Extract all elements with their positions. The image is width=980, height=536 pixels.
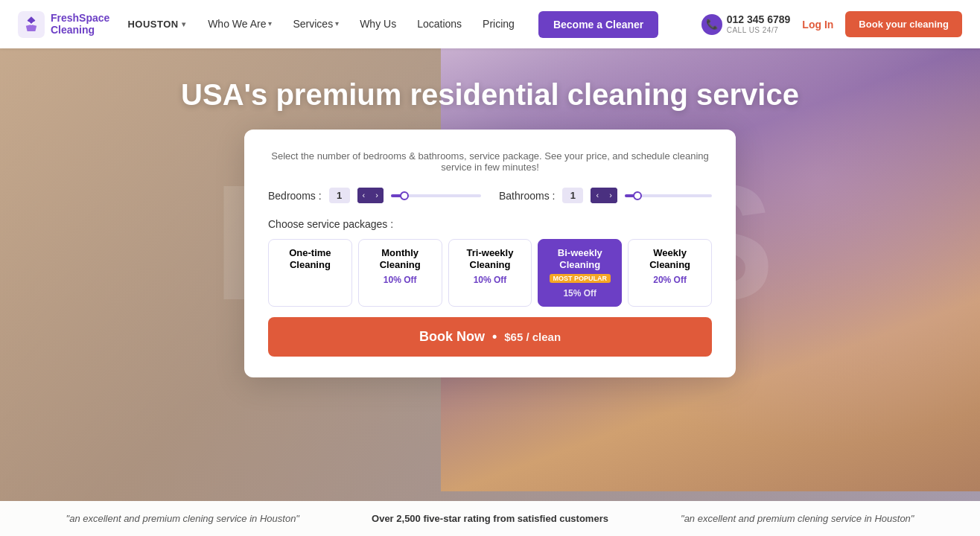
nav-phone: 📞 012 345 6789 CALL US 24/7 bbox=[701, 14, 791, 35]
bedrooms-count: 1 bbox=[329, 188, 350, 203]
nav-link-services[interactable]: Services ▾ bbox=[284, 0, 348, 48]
packages-grid: One-time Cleaning Monthly Cleaning 10% O… bbox=[268, 239, 712, 307]
bathrooms-selector: Bathrooms : 1 ‹ › bbox=[499, 188, 712, 203]
login-button[interactable]: Log In bbox=[802, 19, 833, 31]
nav-link-who-we-are[interactable]: Who We Are ▾ bbox=[199, 0, 281, 48]
chevron-down-icon: ▾ bbox=[268, 19, 272, 28]
location-chevron-icon: ▾ bbox=[182, 20, 186, 28]
bedrooms-slider[interactable] bbox=[391, 189, 481, 202]
chevron-down-icon: ▾ bbox=[335, 19, 339, 28]
package-biweekly[interactable]: Bi-weekly Cleaning MOST POPULAR 15% Off bbox=[538, 239, 622, 307]
package-onetime[interactable]: One-time Cleaning bbox=[268, 239, 352, 307]
hero-content: USA's premium residential cleaning servi… bbox=[0, 48, 980, 377]
hero-section: BONUS USA's premium residential cleaning… bbox=[0, 0, 980, 536]
bathrooms-count: 1 bbox=[562, 188, 583, 203]
book-your-cleaning-button[interactable]: Book your cleaning bbox=[845, 11, 962, 37]
nav-link-locations[interactable]: Locations bbox=[408, 0, 471, 48]
room-selectors: Bedrooms : 1 ‹ › Bathrooms : bbox=[268, 188, 712, 203]
navbar: FreshSpace Cleaning HOUSTON ▾ Who We Are… bbox=[0, 0, 980, 48]
package-monthly[interactable]: Monthly Cleaning 10% Off bbox=[358, 239, 442, 307]
logo-text: FreshSpace Cleaning bbox=[51, 13, 109, 36]
logo[interactable]: FreshSpace Cleaning bbox=[18, 11, 109, 38]
booking-subtitle: Select the number of bedrooms & bathroom… bbox=[268, 150, 712, 173]
package-triweekly[interactable]: Tri-weekly Cleaning 10% Off bbox=[448, 239, 532, 307]
bedrooms-arrows: ‹ › bbox=[357, 188, 384, 203]
bathrooms-slider[interactable] bbox=[625, 189, 712, 202]
bathrooms-arrows: ‹ › bbox=[591, 188, 617, 203]
testimonial-center: Over 2,500 five-star rating from satisfi… bbox=[372, 513, 608, 524]
nav-right: 📞 012 345 6789 CALL US 24/7 Log In Book … bbox=[701, 11, 962, 37]
phone-icon: 📞 bbox=[701, 14, 722, 35]
nav-location[interactable]: HOUSTON ▾ bbox=[127, 19, 185, 30]
hero-title: USA's premium residential cleaning servi… bbox=[181, 78, 799, 112]
book-now-button[interactable]: Book Now • $65 / clean bbox=[268, 317, 712, 357]
bedrooms-increment[interactable]: › bbox=[370, 188, 384, 203]
bathrooms-decrement[interactable]: ‹ bbox=[591, 188, 604, 203]
testimonial-strip: "an excellent and premium clening servic… bbox=[0, 501, 980, 536]
testimonial-right: "an excellent and premium clening servic… bbox=[681, 513, 914, 524]
become-cleaner-button[interactable]: Become a Cleaner bbox=[538, 11, 658, 38]
nav-link-pricing[interactable]: Pricing bbox=[474, 0, 524, 48]
booking-widget: Select the number of bedrooms & bathroom… bbox=[244, 130, 736, 377]
bedrooms-selector: Bedrooms : 1 ‹ › bbox=[268, 188, 481, 203]
logo-icon bbox=[18, 11, 45, 38]
phone-info: 012 345 6789 CALL US 24/7 bbox=[727, 14, 791, 34]
book-price-separator: • bbox=[492, 329, 497, 345]
packages-label: Choose service packages : bbox=[268, 218, 712, 230]
testimonial-left: "an excellent and premium clening servic… bbox=[66, 513, 299, 524]
nav-links: Who We Are ▾ Services ▾ Why Us Locations… bbox=[199, 0, 701, 48]
bathrooms-increment[interactable]: › bbox=[604, 188, 617, 203]
bedrooms-decrement[interactable]: ‹ bbox=[357, 188, 371, 203]
package-weekly[interactable]: Weekly Cleaning 20% Off bbox=[628, 239, 712, 307]
nav-link-why-us[interactable]: Why Us bbox=[351, 0, 405, 48]
